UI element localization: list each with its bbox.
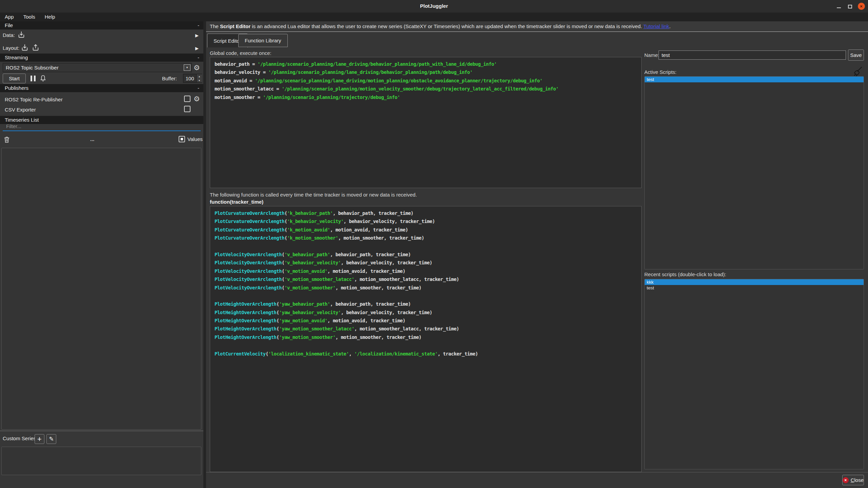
code-line: motion_avoid = '/planning/scenario_plann…	[215, 77, 637, 85]
global-code-label: Global code, execute once:	[210, 50, 271, 56]
checkbox-fill	[181, 138, 183, 140]
code-line: PlotVelocityOverArclength('v_behavior_ve…	[215, 259, 637, 267]
close-icon: ×	[858, 3, 865, 10]
save-layout-icon[interactable]	[32, 44, 39, 51]
values-checkbox[interactable]	[179, 136, 185, 142]
layout-label: Layout:	[3, 45, 19, 51]
buffer-spinbox[interactable]: ▴ ▾	[183, 74, 202, 83]
banner-text: .	[669, 23, 670, 29]
window-title: PlotJuggler	[0, 3, 868, 9]
menu-tools[interactable]: Tools	[19, 13, 40, 21]
banner-bold: Script Editor	[220, 23, 250, 29]
code-line: behavior_path = '/planning/scenario_plan…	[215, 60, 637, 68]
code-line: PlotCurvatureOverArclength('k_behavior_v…	[215, 217, 637, 225]
streaming-section-label: Streaming	[5, 55, 28, 60]
recent-scripts-label: Recent scripts (double-click to load):	[644, 271, 726, 277]
code-line: motion_smoother_latacc = '/planning/scen…	[215, 85, 637, 93]
streaming-source-combo[interactable]: ROS2 Topic Subscriber ▾	[3, 63, 192, 72]
trash-icon[interactable]	[3, 136, 10, 144]
layout-menu-arrow-icon[interactable]: ▶	[195, 46, 199, 51]
code-line: PlotVelocityOverArclength('v_motion_smoo…	[215, 275, 637, 283]
chevron-down-icon[interactable]: ▾	[184, 64, 190, 71]
data-menu-arrow-icon[interactable]: ▶	[195, 33, 199, 38]
close-x-icon: ×	[843, 477, 849, 483]
ellipsis-button[interactable]: ...	[90, 136, 95, 142]
menu-bar: App Tools Help	[0, 13, 868, 21]
recent-scripts-list[interactable]: kkktest	[644, 279, 864, 469]
streaming-gear-icon[interactable]: ⚙	[194, 64, 200, 71]
spin-down-icon[interactable]: ▾	[196, 78, 202, 82]
publisher-republisher-label: ROS2 Topic Re-Publisher	[5, 97, 63, 102]
function-signature-label: function(tracker_time)	[210, 199, 263, 205]
code-line: PlotHeightOverArclength('yaw_motion_smoo…	[215, 333, 637, 341]
function-description-label: The following function is called every t…	[210, 192, 417, 198]
banner-text: The	[210, 23, 220, 29]
data-label: Data:	[3, 32, 15, 38]
code-line	[215, 242, 637, 250]
save-button[interactable]: Save	[848, 49, 864, 61]
active-scripts-label: Active Scripts:	[644, 69, 677, 75]
tutorial-link[interactable]: Tutorial link	[643, 23, 669, 29]
publisher-republisher-gear-icon[interactable]: ⚙	[194, 95, 200, 102]
streaming-source-value: ROS2 Topic Subscriber	[6, 65, 59, 70]
name-label: Name:	[644, 52, 659, 58]
collapse-icon: -	[198, 54, 199, 62]
start-button[interactable]: Start	[3, 74, 26, 83]
window-close-button[interactable]: ×	[857, 3, 865, 9]
minimize-icon	[837, 7, 841, 8]
code-line: PlotHeightOverArclength('yaw_motion_smoo…	[215, 325, 637, 333]
add-custom-series-button[interactable]: +	[35, 434, 44, 444]
menu-help[interactable]: Help	[40, 13, 60, 21]
collapse-icon: -	[198, 21, 199, 29]
code-line: motion_smoother = '/planning/scenario_pl…	[215, 93, 637, 101]
code-line: PlotCurvatureOverArclength('k_motion_smo…	[215, 234, 637, 242]
divider	[206, 472, 868, 472]
clear-scripts-broom-icon[interactable]	[852, 66, 863, 78]
list-item[interactable]: test	[645, 77, 864, 82]
values-label: Values	[187, 136, 203, 142]
maximize-button[interactable]	[846, 3, 854, 10]
section-header-publishers[interactable]: Publishers -	[0, 84, 203, 92]
tab-function-library[interactable]: Function Library	[238, 34, 288, 47]
custom-series-label: Custom Series:	[3, 435, 38, 441]
load-layout-icon[interactable]	[21, 44, 28, 51]
code-line: PlotCurvatureOverArclength('k_motion_avo…	[215, 226, 637, 234]
code-line: PlotVelocityOverArclength('v_motion_smoo…	[215, 284, 637, 292]
minimize-button[interactable]	[835, 3, 843, 10]
plotjuggler-window: PlotJuggler × App Tools Help File - Data…	[0, 0, 868, 488]
code-line: PlotCurvatureOverArclength('k_behavior_p…	[215, 209, 637, 217]
section-header-streaming[interactable]: Streaming -	[0, 54, 203, 62]
list-item[interactable]: test	[645, 285, 864, 291]
buffer-label: Buffer:	[162, 76, 177, 81]
code-line: PlotHeightOverArclength('yaw_behavior_pa…	[215, 300, 637, 308]
code-line: PlotHeightOverArclength('yaw_behavior_ve…	[215, 308, 637, 317]
timeseries-list[interactable]	[1, 148, 201, 430]
pause-icon[interactable]	[31, 76, 36, 81]
notification-bell-icon[interactable]	[39, 74, 47, 82]
section-header-file[interactable]: File -	[0, 21, 203, 29]
global-code-editor[interactable]: behavior_path = '/planning/scenario_plan…	[210, 57, 642, 188]
save-button-label: Save	[850, 52, 862, 58]
spin-up-icon[interactable]: ▴	[196, 74, 202, 78]
code-line: PlotCurrentVelocity('localization_kinema…	[215, 350, 637, 358]
script-name-input[interactable]	[659, 50, 846, 60]
timeseries-filter-input[interactable]	[3, 122, 201, 131]
function-code-editor[interactable]: PlotCurvatureOverArclength('k_behavior_p…	[210, 206, 642, 472]
code-line: PlotVelocityOverArclength('v_motion_avoi…	[215, 267, 637, 275]
list-item[interactable]: kkk	[645, 279, 864, 285]
active-scripts-list[interactable]: test	[644, 76, 864, 269]
load-data-icon[interactable]	[18, 31, 25, 38]
menu-app[interactable]: App	[0, 13, 19, 21]
title-bar: PlotJuggler ×	[0, 0, 868, 13]
collapse-icon: -	[198, 84, 199, 92]
close-button[interactable]: × Close	[842, 475, 864, 485]
edit-custom-series-button[interactable]: ✎	[46, 434, 56, 444]
code-line: PlotHeightOverArclength('yaw_motion_avoi…	[215, 317, 637, 325]
start-button-label: Start	[9, 76, 20, 81]
buffer-value-input[interactable]	[183, 74, 196, 82]
plus-icon: +	[37, 435, 42, 444]
publisher-csv-label: CSV Exporter	[5, 107, 36, 113]
publisher-republisher-checkbox[interactable]	[184, 96, 190, 102]
custom-series-list[interactable]	[1, 447, 201, 475]
publisher-csv-checkbox[interactable]	[184, 106, 190, 112]
